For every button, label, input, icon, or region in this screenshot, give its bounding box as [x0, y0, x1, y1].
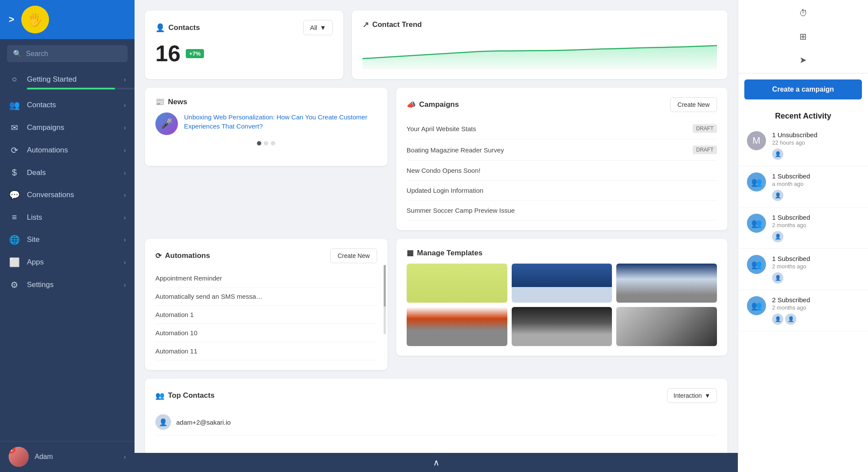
templates-icon: ▦ [407, 248, 414, 257]
contacts-count: 16 +7% [155, 40, 333, 66]
activity-avatar-3: 👥 [747, 214, 766, 233]
chevron-right-icon: › [124, 236, 126, 243]
activity-text-3: 1 Subscribed [772, 214, 859, 221]
automations-scrollbar[interactable] [384, 265, 386, 334]
contacts-filter-dropdown[interactable]: All ▼ [303, 20, 333, 35]
news-dot-2[interactable] [264, 141, 268, 145]
templates-grid [407, 264, 717, 346]
activity-item-1: M 1 Unsubscribed 22 hours ago 👤 [738, 125, 868, 166]
automations-title: ⟳ Automations [155, 251, 210, 261]
automations-row: ⟳ Automations Create New Appointment Rem… [145, 239, 727, 370]
news-dot-1[interactable] [257, 141, 261, 145]
template-thumb-5[interactable] [512, 307, 612, 346]
campaigns-icon: 📣 [407, 100, 416, 109]
sidebar-item-getting-started[interactable]: ○ Getting Started › [0, 68, 135, 94]
automation-item-4[interactable]: Automation 10 [155, 324, 377, 342]
chevron-right-icon: › [124, 281, 126, 288]
sidebar-item-deals[interactable]: $ Deals › [0, 162, 135, 184]
template-thumb-4[interactable] [407, 307, 507, 346]
chevron-right-icon: › [124, 214, 126, 221]
main-content: 👤 Contacts All ▼ 16 +7% ↗ Contact Trend [135, 0, 738, 472]
automation-item-3[interactable]: Automation 1 [155, 306, 377, 324]
template-thumb-2[interactable] [512, 264, 612, 303]
campaign-item-4[interactable]: Updated Login Information [407, 181, 717, 201]
settings-icon: ⚙ [9, 280, 20, 290]
campaigns-create-new-button[interactable]: Create New [670, 97, 717, 112]
campaign-item-5[interactable]: Summer Soccer Camp Preview Issue [407, 201, 717, 221]
activity-item-5: 👥 2 Subscribed 2 months ago 👤 👤 [738, 290, 868, 331]
contact-item-1[interactable]: 👤 adam+2@sakari.io [155, 409, 717, 436]
automations-create-new-button[interactable]: Create New [330, 248, 377, 263]
top-contacts-header: 👥 Top Contacts Interaction ▼ [155, 388, 717, 403]
contacts-card-header: 👤 Contacts All ▼ [155, 20, 333, 35]
automations-scroll-thumb [384, 265, 386, 307]
news-article-link[interactable]: Unboxing Web Personalization: How Can Yo… [184, 112, 377, 131]
activity-text-4: 1 Subscribed [772, 255, 859, 262]
top-contacts-label: Top Contacts [168, 391, 214, 400]
templates-title: ▦ Manage Templates [407, 248, 717, 257]
conversations-icon: 💬 [9, 190, 20, 200]
dropdown-chevron-icon: ▼ [704, 392, 710, 399]
activity-sub-avatars-2: 👤 [772, 190, 859, 201]
layers-icon-button[interactable]: ⊞ [795, 28, 812, 45]
create-campaign-button[interactable]: Create a campaign [744, 79, 862, 99]
bottom-expand-bar[interactable]: ∧ [135, 453, 738, 472]
dropdown-arrow-icon: ▼ [320, 24, 326, 31]
chevron-right-icon: › [124, 124, 126, 131]
news-icon: 📰 [155, 97, 164, 106]
site-icon: 🌐 [9, 234, 20, 245]
activity-info-2: 1 Subscribed a month ago 👤 [772, 172, 859, 201]
template-thumb-6[interactable] [616, 307, 717, 346]
activity-item-2: 👥 1 Subscribed a month ago 👤 [738, 166, 868, 208]
campaign-item-1[interactable]: Your April Website Stats DRAFT [407, 118, 717, 139]
search-box[interactable]: 🔍 Search [7, 45, 128, 62]
news-title: 📰 News [155, 97, 377, 106]
activity-info-3: 1 Subscribed 2 months ago 👤 [772, 214, 859, 242]
sidebar-item-contacts[interactable]: 👥 Contacts › [0, 94, 135, 116]
activity-sub-avatar: 👤 [772, 272, 783, 284]
trend-card-header: ↗ Contact Trend [362, 20, 717, 30]
getting-started-icon: ○ [9, 74, 20, 84]
contact-name: adam+2@sakari.io [176, 419, 231, 426]
top-cards-row: 👤 Contacts All ▼ 16 +7% ↗ Contact Trend [145, 10, 727, 79]
manage-templates-card: ▦ Manage Templates [396, 239, 727, 356]
campaign-item-2[interactable]: Boating Magazine Reader Survey DRAFT [407, 139, 717, 161]
top-contacts-title: 👥 Top Contacts [155, 391, 214, 400]
deals-icon: $ [9, 168, 20, 178]
sidebar-item-lists[interactable]: ≡ Lists › [0, 206, 135, 228]
news-dot-3[interactable] [271, 141, 275, 145]
sidebar-item-apps[interactable]: ⬜ Apps › [0, 251, 135, 274]
sidebar-item-automations[interactable]: ⟳ Automations › [0, 139, 135, 162]
sidebar-item-conversations[interactable]: 💬 Conversations › [0, 184, 135, 206]
trend-icon: ↗ [362, 20, 369, 30]
automation-item-1[interactable]: Appointment Reminder [155, 269, 377, 287]
timer-icon-button[interactable]: ⏱ [795, 4, 812, 22]
template-thumb-3[interactable] [616, 264, 717, 303]
automation-item-2[interactable]: Automatically send an SMS messa… [155, 287, 377, 306]
user-chevron-icon: › [124, 453, 126, 460]
activity-item-3: 👥 1 Subscribed 2 months ago 👤 [738, 208, 868, 249]
interaction-dropdown[interactable]: Interaction ▼ [667, 388, 717, 403]
sidebar-item-settings[interactable]: ⚙ Settings › [0, 274, 135, 296]
activity-avatar-5: 👥 [747, 296, 766, 315]
right-sidebar: ⏱ ⊞ ➤ Create a campaign Recent Activity … [738, 0, 868, 472]
activity-avatar-1: M [747, 131, 766, 150]
activity-info-5: 2 Subscribed 2 months ago 👤 👤 [772, 296, 859, 325]
sidebar-logo-avatar[interactable]: 🖐 [21, 6, 49, 33]
sidebar-collapse-button[interactable]: > [9, 14, 14, 25]
sidebar-item-campaigns[interactable]: ✉ Campaigns › [0, 116, 135, 139]
sidebar-item-site[interactable]: 🌐 Site › [0, 228, 135, 251]
nav-items: ○ Getting Started › 👥 Contacts › ✉ Campa… [0, 68, 135, 441]
automation-item-5[interactable]: Automation 11 [155, 342, 377, 360]
getting-started-progress-fill [27, 88, 115, 89]
search-icon: 🔍 [13, 50, 22, 58]
trend-title: ↗ Contact Trend [362, 20, 422, 30]
send-icon-button[interactable]: ➤ [795, 51, 812, 69]
automations-label: Automations [165, 251, 210, 260]
search-input[interactable]: Search [26, 50, 48, 58]
template-thumb-1[interactable] [407, 264, 507, 303]
campaign-item-3[interactable]: New Condo Opens Soon! [407, 161, 717, 181]
sidebar-user-profile[interactable]: 1 Adam › [0, 441, 135, 472]
contacts-title: 👤 Contacts [155, 23, 200, 33]
expand-icon: ∧ [433, 457, 440, 468]
